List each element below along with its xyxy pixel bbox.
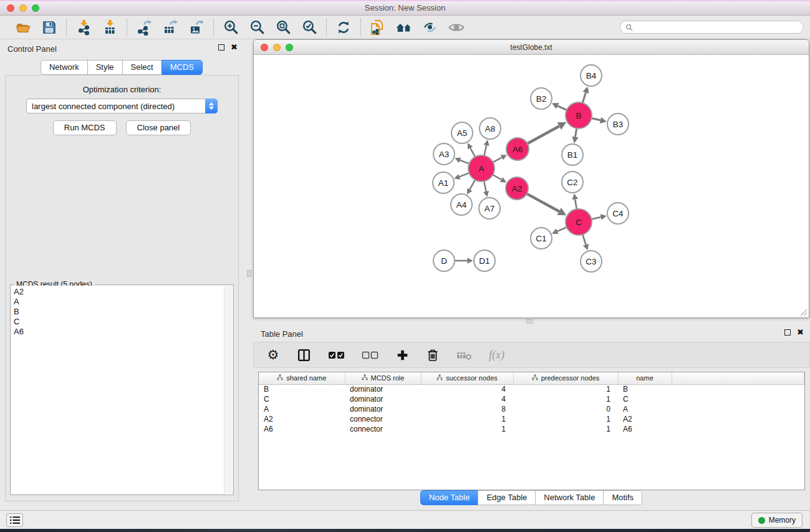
table-row[interactable]: A2connector11A2 [259, 414, 804, 424]
table-cell[interactable]: connector [345, 424, 421, 434]
table-cell[interactable]: A6 [259, 424, 345, 434]
table-cell[interactable]: A2 [618, 414, 672, 424]
table-cell[interactable] [672, 404, 804, 414]
list-scrollbar[interactable] [224, 286, 232, 493]
tab-select[interactable]: Select [122, 60, 162, 75]
table-cell[interactable]: A [618, 404, 672, 414]
search-input[interactable] [635, 23, 798, 32]
export-table-button[interactable] [160, 18, 181, 37]
graph-edge-B-B2[interactable] [557, 106, 567, 110]
graph-edge-A-A2[interactable] [493, 175, 501, 180]
graph-edge-A-A5[interactable] [470, 148, 475, 157]
zoom-fit-button[interactable] [272, 18, 294, 37]
table-cell[interactable]: 1 [513, 394, 618, 404]
close-panel-icon[interactable]: ✖ [231, 44, 238, 51]
table-row[interactable]: Bdominator41B [259, 384, 804, 394]
mcds-result-item[interactable]: A [14, 297, 233, 307]
table-cell[interactable]: A6 [618, 424, 672, 434]
table-cell[interactable]: dominator [345, 404, 421, 414]
split-divider-handle[interactable] [247, 270, 251, 277]
graph-edge-A-A7[interactable] [484, 181, 486, 191]
graph-edge-B-B1[interactable] [575, 128, 576, 137]
table-cell[interactable] [672, 414, 804, 424]
deselect-all-button[interactable] [362, 347, 378, 363]
table-cell[interactable] [672, 384, 804, 394]
close-table-panel-icon[interactable]: ✖ [797, 329, 804, 336]
memory-button[interactable]: Memory [751, 513, 803, 528]
table-cell[interactable]: 1 [513, 384, 618, 394]
table-cell[interactable]: 8 [421, 404, 513, 414]
float-panel-icon[interactable] [218, 44, 224, 51]
tab-motifs[interactable]: Motifs [603, 490, 642, 505]
table-settings-button[interactable]: ⚙ [266, 347, 280, 363]
mcds-result-list[interactable]: A2ABCA6 [11, 286, 233, 494]
table-cell[interactable]: B [618, 384, 672, 394]
close-panel-button[interactable]: Close panel [126, 120, 191, 135]
function-builder-button[interactable]: f(x) [489, 347, 504, 363]
zoom-out-button[interactable] [246, 18, 268, 37]
mcds-result-item[interactable]: C [14, 317, 233, 327]
table-cell[interactable]: 1 [513, 424, 618, 434]
network-graph[interactable]: B4B2BB3A8A5A6A3B1AA1C2A2A4A7C4CC1C3DD1 [254, 56, 809, 317]
select-all-button[interactable] [328, 347, 345, 363]
column-header-name[interactable]: name [618, 372, 672, 384]
table-cell[interactable]: 4 [421, 384, 513, 394]
refresh-button[interactable] [333, 18, 354, 37]
graph-edge-A-A1[interactable] [460, 173, 470, 177]
table-cell[interactable]: A [259, 404, 345, 414]
graph-edge-A-A4[interactable] [470, 180, 475, 189]
column-header-shared-name[interactable]: shared name [259, 372, 345, 384]
tab-network[interactable]: Network [41, 60, 88, 75]
table-cell[interactable]: dominator [345, 384, 421, 394]
graph-edge-C-C2[interactable] [575, 200, 576, 210]
table-cell[interactable]: C [259, 394, 345, 404]
tab-node-table[interactable]: Node Table [420, 490, 479, 505]
graph-edge-A-A8[interactable] [484, 145, 486, 156]
export-image-button[interactable] [186, 18, 207, 37]
table-cell[interactable]: dominator [345, 394, 421, 404]
table-cell[interactable]: B [259, 384, 345, 394]
column-header-successor-nodes[interactable]: successor nodes [421, 372, 513, 384]
split-divider-handle[interactable] [526, 319, 533, 324]
import-network-button[interactable] [73, 18, 94, 37]
tab-edge-table[interactable]: Edge Table [478, 490, 536, 505]
save-session-button[interactable] [39, 18, 60, 37]
graph-edge-A2-C[interactable] [527, 194, 559, 211]
table-cell[interactable]: 1 [421, 414, 513, 424]
table-cell[interactable] [672, 424, 804, 434]
search-field[interactable] [620, 21, 804, 34]
optimization-criterion-select[interactable]: largest connected component (directed) [26, 99, 218, 114]
graph-edge-A6-B[interactable] [528, 126, 559, 143]
network-window-titlebar[interactable]: testGlobe.txt [254, 40, 809, 55]
table-row[interactable]: A6connector11A6 [259, 424, 804, 434]
table-cell[interactable]: C [618, 394, 672, 404]
mcds-result-item[interactable]: A2 [14, 287, 233, 297]
tab-mcds[interactable]: MCDS [162, 60, 203, 75]
graph-edge-C-C4[interactable] [591, 217, 600, 219]
zoom-selected-button[interactable] [299, 18, 320, 37]
table-cell[interactable]: 1 [513, 414, 618, 424]
float-table-panel-icon[interactable] [784, 329, 791, 336]
delete-column-button[interactable] [426, 347, 440, 363]
show-column-button[interactable] [297, 347, 311, 363]
graph-edge-C-C1[interactable] [557, 227, 567, 231]
export-network-button[interactable] [133, 18, 155, 37]
graph-edge-B-B3[interactable] [591, 118, 600, 120]
run-mcds-button[interactable]: Run MCDS [53, 120, 117, 135]
zoom-in-button[interactable] [220, 18, 241, 37]
table-cell[interactable]: connector [345, 414, 421, 424]
table-cell[interactable] [672, 394, 804, 404]
tab-style[interactable]: Style [87, 60, 123, 75]
column-header-predecessor-nodes[interactable]: predecessor nodes [513, 372, 618, 384]
open-session-button[interactable] [12, 18, 34, 37]
network-canvas[interactable]: B4B2BB3A8A5A6A3B1AA1C2A2A4A7C4CC1C3DD1 [254, 56, 809, 317]
tab-network-table[interactable]: Network Table [535, 490, 604, 505]
import-table-button[interactable] [99, 18, 120, 37]
mcds-result-item[interactable]: B [14, 307, 233, 317]
table-row[interactable]: Adominator80A [259, 404, 804, 414]
table-row[interactable]: Cdominator41C [259, 394, 804, 404]
clone-network-button[interactable] [367, 18, 388, 37]
table-cell[interactable]: 4 [421, 394, 513, 404]
delete-table-button[interactable] [456, 347, 472, 363]
graph-edge-B-B4[interactable] [582, 92, 586, 103]
